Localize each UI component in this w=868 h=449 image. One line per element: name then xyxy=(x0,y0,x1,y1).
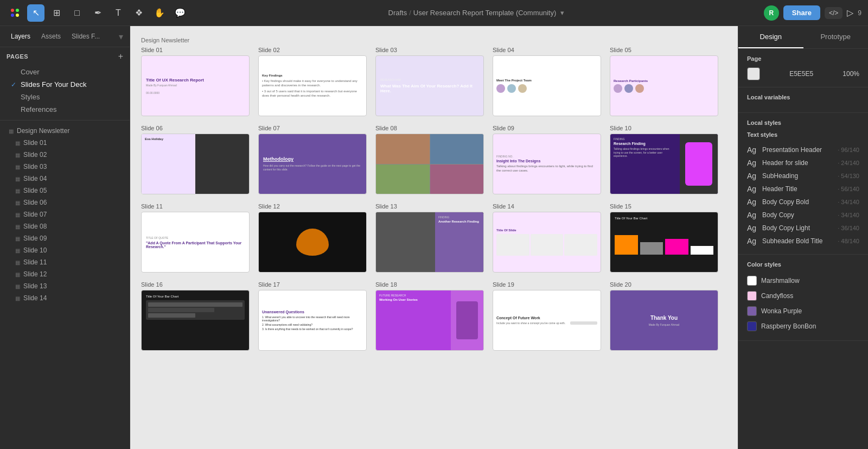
breadcrumb-drafts[interactable]: Drafts xyxy=(388,9,407,17)
share-button[interactable]: Share xyxy=(783,5,820,20)
layer-item[interactable]: ▦Slide 09 xyxy=(0,232,130,244)
tab-layers[interactable]: Layers xyxy=(7,30,35,42)
add-page-button[interactable]: + xyxy=(118,52,123,61)
layer-item[interactable]: ▦Slide 08 xyxy=(0,220,130,232)
text-style-item[interactable]: Ag Body Copy Light · 36/140 xyxy=(747,222,859,235)
slide-item-06[interactable]: Slide 06 Eva Holiday xyxy=(141,125,250,194)
text-style-item[interactable]: Ag Body Copy Bold · 34/140 xyxy=(747,195,859,208)
slide-thumbnail[interactable] xyxy=(258,212,367,273)
move-tool[interactable]: ↖ xyxy=(27,4,44,22)
slide-thumbnail[interactable]: TITLE OF QUOTE"Add A Quote From A Partic… xyxy=(141,212,250,273)
layer-item[interactable]: ▦Slide 03 xyxy=(0,161,130,173)
slide-thumbnail[interactable]: Research Participants xyxy=(610,55,718,116)
pen-tool[interactable]: ✒ xyxy=(89,4,106,22)
slide-item-17[interactable]: Slide 17 Unanswered Questions1. What wer… xyxy=(258,281,367,351)
layer-item[interactable]: ▦Design Newsletter xyxy=(0,125,130,137)
slide-label: Slide 08 xyxy=(375,125,484,131)
text-style-item[interactable]: Ag SubHeading · 54/130 xyxy=(747,169,859,182)
text-style-item[interactable]: Ag Presentation Header · 96/140 xyxy=(747,143,859,156)
page-item-styles[interactable]: Styles xyxy=(7,91,123,103)
layer-item[interactable]: ▦Slide 07 xyxy=(0,208,130,220)
text-style-item[interactable]: Ag Header Title · 56/140 xyxy=(747,182,859,195)
slide-thumbnail[interactable]: Concept Of Future WorkInclude you want t… xyxy=(493,290,601,351)
comment-tool[interactable]: 💬 xyxy=(171,4,189,22)
text-style-item[interactable]: Ag Subheader Bold Title · 48/140 xyxy=(747,235,859,248)
breadcrumb: Drafts / User Research Report Template (… xyxy=(388,9,565,17)
tab-design[interactable]: Design xyxy=(738,26,803,48)
slide-thumbnail[interactable]: Title Of Your Bar Chart xyxy=(610,212,718,273)
slide-label: Slide 03 xyxy=(375,47,484,53)
slide-item-15[interactable]: Slide 15 Title Of Your Bar Chart xyxy=(610,203,718,273)
slide-item-11[interactable]: Slide 11 TITLE OF QUOTE"Add A Quote From… xyxy=(141,203,250,273)
slide-item-13[interactable]: Slide 13 FINDINGAnother Research Finding xyxy=(375,203,484,273)
slide-thumbnail[interactable]: Title Of Slide xyxy=(493,212,601,273)
breadcrumb-file[interactable]: User Research Report Template (Community… xyxy=(413,9,556,17)
play-button[interactable]: ▷ xyxy=(847,8,853,18)
color-style-item[interactable]: Raspberry BonBon xyxy=(747,319,859,334)
slide-thumbnail[interactable]: Title Of Your Bar Chart xyxy=(141,290,250,351)
slide-item-03[interactable]: Slide 03 RESEARCH AIMWhat Was The Aim Of… xyxy=(375,47,484,116)
text-tool[interactable]: T xyxy=(110,4,127,22)
slide-thumbnail[interactable]: Eva Holiday xyxy=(141,134,250,194)
expand-left-panel[interactable]: ▾ xyxy=(119,31,123,42)
slide-thumbnail[interactable]: Meet The Project Team xyxy=(493,55,601,116)
color-style-item[interactable]: Marshmallow xyxy=(747,273,859,288)
slide-thumbnail[interactable]: FINDINGResearch FindingTalking about fin… xyxy=(610,134,718,194)
hand-tool[interactable]: ✋ xyxy=(151,4,168,22)
layer-item[interactable]: ▦Slide 06 xyxy=(0,197,130,208)
page-item-slides-for-your-deck[interactable]: ✓Slides For Your Deck xyxy=(7,78,123,91)
layer-item[interactable]: ▦Slide 14 xyxy=(0,292,130,304)
slide-item-20[interactable]: Slide 20 Thank YouMade By Furquan Ahmad xyxy=(610,281,718,351)
layer-item[interactable]: ▦Slide 10 xyxy=(0,244,130,256)
slide-thumbnail[interactable]: Title Of UX Research ReportMade By Furqu… xyxy=(141,55,250,116)
slide-thumbnail[interactable]: FINDING NO.Insight Into The DesignsTalki… xyxy=(493,134,601,194)
text-style-item[interactable]: Ag Body Copy · 34/140 xyxy=(747,208,859,222)
shape-tool[interactable]: □ xyxy=(68,4,86,22)
slide-item-04[interactable]: Slide 04 Meet The Project Team xyxy=(493,47,601,116)
frame-tool[interactable]: ⊞ xyxy=(48,4,65,22)
slide-item-07[interactable]: Slide 07 MethodologyHow did you carry ou… xyxy=(258,125,367,194)
slide-item-10[interactable]: Slide 10 FINDINGResearch FindingTalking … xyxy=(610,125,718,194)
slide-item-01[interactable]: Slide 01 Title Of UX Research ReportMade… xyxy=(141,47,250,116)
slide-thumbnail[interactable]: FUTURE RESEARCHWorking On User Stories xyxy=(375,290,484,351)
code-button[interactable]: </> xyxy=(825,7,843,19)
slide-thumbnail[interactable] xyxy=(375,134,484,194)
layer-item[interactable]: ▦Slide 11 xyxy=(0,256,130,268)
slide-thumbnail[interactable]: MethodologyHow did you carry out the res… xyxy=(258,134,367,194)
slide-item-05[interactable]: Slide 05 Research Participants xyxy=(610,47,718,116)
slide-item-09[interactable]: Slide 09 FINDING NO.Insight Into The Des… xyxy=(493,125,601,194)
canvas[interactable]: Design Newsletter Slide 01 Title Of UX R… xyxy=(130,26,738,449)
layer-item[interactable]: ▦Slide 13 xyxy=(0,280,130,292)
layer-item[interactable]: ▦Slide 05 xyxy=(0,185,130,197)
slide-thumbnail[interactable]: Thank YouMade By Furquan Ahmad xyxy=(610,290,718,351)
slide-item-12[interactable]: Slide 12 xyxy=(258,203,367,273)
color-style-item[interactable]: Candyfloss xyxy=(747,288,859,303)
color-style-item[interactable]: Wonka Purple xyxy=(747,303,859,319)
color-name: Raspberry BonBon xyxy=(761,322,816,330)
slide-item-16[interactable]: Slide 16 Title Of Your Bar Chart xyxy=(141,281,250,351)
slide-item-19[interactable]: Slide 19 Concept Of Future WorkInclude y… xyxy=(493,281,601,351)
layer-item[interactable]: ▦Slide 04 xyxy=(0,173,130,185)
layer-item[interactable]: ▦Slide 02 xyxy=(0,149,130,161)
chevron-down-icon[interactable]: ▾ xyxy=(560,9,564,17)
layer-item[interactable]: ▦Slide 01 xyxy=(0,137,130,149)
tab-slides[interactable]: Slides F... xyxy=(67,30,104,42)
slide-item-02[interactable]: Slide 02 Key Findings• Key findings shou… xyxy=(258,47,367,116)
layer-item[interactable]: ▦Slide 12 xyxy=(0,268,130,280)
slide-thumbnail[interactable]: Unanswered Questions1. What weren't you … xyxy=(258,290,367,351)
main-layout: Layers Assets Slides F... ▾ Pages + Cove… xyxy=(0,26,868,449)
tab-prototype[interactable]: Prototype xyxy=(803,26,869,48)
text-style-item[interactable]: Ag Header for slide · 24/140 xyxy=(747,156,859,169)
slide-thumbnail[interactable]: RESEARCH AIMWhat Was The Aim Of Your Res… xyxy=(375,55,484,116)
page-item-references[interactable]: References xyxy=(7,103,123,116)
figma-logo[interactable] xyxy=(7,4,24,22)
component-tool[interactable]: ❖ xyxy=(130,4,148,22)
tab-assets[interactable]: Assets xyxy=(37,30,65,42)
slide-item-14[interactable]: Slide 14 Title Of Slide xyxy=(493,203,601,273)
slide-thumbnail[interactable]: FINDINGAnother Research Finding xyxy=(375,212,484,273)
page-bg-swatch[interactable] xyxy=(747,67,760,80)
slide-item-08[interactable]: Slide 08 xyxy=(375,125,484,194)
slide-thumbnail[interactable]: Key Findings• Key findings should make i… xyxy=(258,55,367,116)
slide-item-18[interactable]: Slide 18 FUTURE RESEARCHWorking On User … xyxy=(375,281,484,351)
page-item-cover[interactable]: Cover xyxy=(7,66,123,78)
